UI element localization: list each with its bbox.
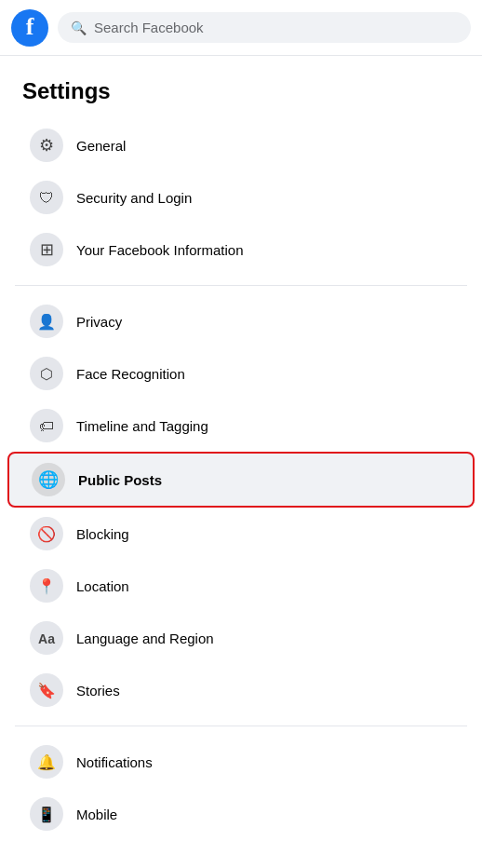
mobile-icon xyxy=(30,797,63,831)
globe-icon xyxy=(32,463,65,496)
sidebar-item-label: Language and Region xyxy=(76,631,214,646)
sidebar-item-stories[interactable]: Stories xyxy=(7,664,475,716)
sidebar-item-privacy[interactable]: Privacy xyxy=(7,295,475,347)
sidebar-item-label: Stories xyxy=(76,683,120,698)
search-placeholder-text: Search Facebook xyxy=(94,20,204,35)
stories-icon xyxy=(30,673,63,707)
sidebar-item-mobile[interactable]: Mobile xyxy=(7,788,475,840)
language-icon xyxy=(30,621,63,655)
menu-group-2: Privacy Face Recognition Timeline and Ta… xyxy=(0,295,482,716)
sidebar-item-label: Notifications xyxy=(76,754,153,770)
fb-logo-letter: f xyxy=(26,15,34,41)
divider-2 xyxy=(15,726,467,726)
header: f 🔍 Search Facebook xyxy=(0,0,482,56)
facebook-logo[interactable]: f xyxy=(11,9,48,47)
sidebar-item-notifications[interactable]: Notifications xyxy=(7,736,475,788)
search-icon: 🔍 xyxy=(71,20,87,35)
sidebar-item-label: Privacy xyxy=(76,314,122,330)
gear-icon xyxy=(30,129,63,162)
sidebar-item-label: Mobile xyxy=(76,807,117,822)
divider-1 xyxy=(15,285,467,286)
sidebar-item-security-login[interactable]: Security and Login xyxy=(7,171,475,224)
settings-main: Settings General Security and Login Your… xyxy=(0,56,482,855)
location-icon xyxy=(30,569,63,603)
sidebar-item-label: Your Facebook Information xyxy=(76,242,244,258)
search-bar[interactable]: 🔍 Search Facebook xyxy=(58,12,471,43)
sidebar-item-public-posts[interactable]: Public Posts xyxy=(7,452,475,508)
fb-info-icon xyxy=(30,233,63,266)
sidebar-item-label: Timeline and Tagging xyxy=(76,418,208,434)
sidebar-item-general[interactable]: General xyxy=(7,119,475,171)
tag-icon xyxy=(30,409,63,442)
sidebar-item-label: Face Recognition xyxy=(76,366,185,382)
block-icon xyxy=(30,517,63,550)
face-recognition-icon xyxy=(30,357,63,390)
sidebar-item-face-recognition[interactable]: Face Recognition xyxy=(7,347,475,400)
menu-group-3: Notifications Mobile xyxy=(0,736,482,840)
sidebar-item-label: Blocking xyxy=(76,526,129,542)
sidebar-item-location[interactable]: Location xyxy=(7,560,475,612)
sidebar-item-label: Security and Login xyxy=(76,190,192,206)
sidebar-item-label: Public Posts xyxy=(78,472,162,488)
sidebar-item-language-region[interactable]: Language and Region xyxy=(7,612,475,664)
sidebar-item-label: Location xyxy=(76,578,129,594)
sidebar-item-blocking[interactable]: Blocking xyxy=(7,508,475,560)
sidebar-item-timeline-tagging[interactable]: Timeline and Tagging xyxy=(7,400,475,452)
bell-icon xyxy=(30,745,63,779)
sidebar-item-label: General xyxy=(76,138,126,154)
shield-icon xyxy=(30,181,63,214)
sidebar-item-fb-info[interactable]: Your Facebook Information xyxy=(7,224,475,276)
settings-title: Settings xyxy=(0,71,482,119)
menu-group-1: General Security and Login Your Facebook… xyxy=(0,119,482,276)
privacy-icon xyxy=(30,305,63,338)
